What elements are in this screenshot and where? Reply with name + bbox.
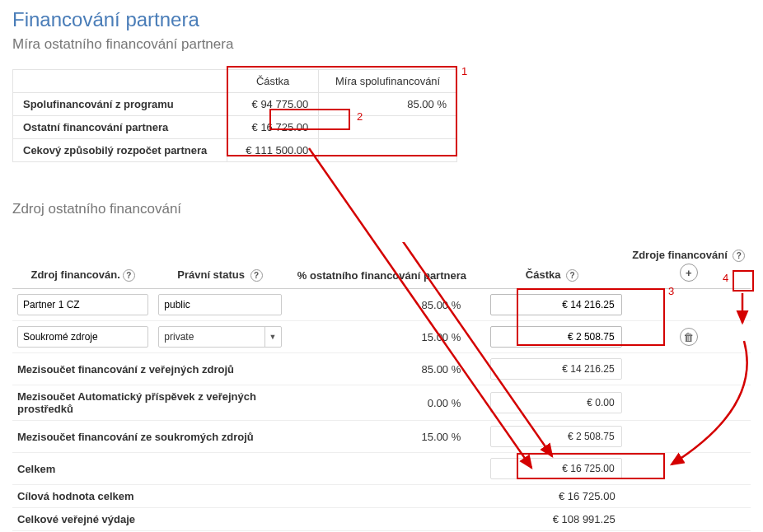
source-row: private ▼ 15.00 % 🗑 [12, 321, 751, 353]
source-row: 85.00 % [12, 289, 751, 321]
summary-empty-header [13, 70, 227, 93]
legal-status-value: private [159, 327, 264, 347]
summary-row-amount: € 111 500.00 [227, 139, 319, 162]
subtotal-label: Mezisoučet Automatický příspěvek z veřej… [12, 385, 287, 421]
sources-col-source: Zdroj financován.? [12, 242, 153, 289]
total-amount: € 16 725.00 [490, 458, 622, 479]
help-icon[interactable]: ? [733, 250, 745, 262]
summary-row-amount: € 94 775.00 [227, 93, 319, 116]
delete-row-button[interactable]: 🗑 [680, 328, 698, 346]
section-subtitle-1: Míra ostatního financování partnera [12, 36, 751, 53]
subtotal-row: Mezisoučet financování z veřejných zdroj… [12, 353, 751, 385]
summary-row-amount: € 16 725.00 [227, 116, 319, 139]
total-row: Celkové veřejné výdaje € 108 991.25 [12, 508, 751, 531]
summary-table: Částka Míra spolufinancování Spolufinanc… [12, 69, 457, 162]
help-icon[interactable]: ? [123, 269, 135, 282]
source-amount-input[interactable] [490, 294, 622, 315]
page-title: Financování partnera [12, 8, 751, 31]
subtotal-pct: 85.00 % [287, 353, 478, 385]
subtotal-amount: € 14 216.25 [490, 358, 622, 380]
sources-col-legal: Právní status ? [153, 242, 286, 289]
source-name-input[interactable] [17, 326, 148, 348]
legal-status-input[interactable] [158, 294, 281, 315]
total-label: Cílová hodnota celkem [12, 485, 287, 508]
total-row: Celkem € 16 725.00 [12, 453, 751, 485]
subtotal-pct: 0.00 % [287, 385, 478, 421]
legal-status-select[interactable]: private ▼ [158, 326, 281, 348]
col-amt-text: Částka [526, 268, 561, 281]
summary-row-label: Ostatní financování partnera [13, 116, 227, 139]
summary-row-rate [319, 139, 457, 162]
subtotal-row: Mezisoučet Automatický příspěvek z veřej… [12, 385, 751, 421]
subtotal-pct: 15.00 % [287, 421, 478, 453]
source-pct: 15.00 % [287, 321, 478, 353]
summary-row-rate [319, 116, 457, 139]
help-icon[interactable]: ? [566, 269, 578, 282]
col-legal-text: Právní status [177, 268, 245, 281]
source-pct: 85.00 % [287, 289, 478, 321]
summary-row-label: Spolufinancování z programu [13, 93, 227, 116]
chevron-down-icon: ▼ [264, 327, 281, 347]
total-label: Celkem [12, 453, 287, 485]
subtotal-amount: € 0.00 [490, 392, 622, 413]
subtotal-row: Mezisoučet financování ze soukromých zdr… [12, 421, 751, 453]
col-res-text: Zdroje financování [632, 249, 728, 261]
plus-icon: + [686, 267, 692, 279]
col-source-text: Zdroj financován. [30, 268, 119, 281]
total-label: Celkové veřejné výdaje [12, 508, 287, 531]
subtotal-label: Mezisoučet financování ze soukromých zdr… [12, 421, 287, 453]
subtotal-amount: € 2 508.75 [490, 426, 622, 447]
help-icon[interactable]: ? [250, 269, 263, 282]
sources-col-amount: Částka ? [477, 242, 626, 289]
source-name-input[interactable] [17, 294, 148, 315]
total-amount: € 16 725.00 [477, 485, 626, 508]
add-row-button[interactable]: + [680, 264, 698, 282]
sources-col-pct: % ostatního financování partnera [287, 242, 478, 289]
trash-icon: 🗑 [683, 331, 694, 343]
subtotal-label: Mezisoučet financování z veřejných zdroj… [12, 353, 287, 385]
sources-table: Zdroj financován.? Právní status ? % ost… [12, 242, 751, 531]
summary-col-amount: Částka [227, 70, 319, 93]
annotation-number-1: 1 [461, 65, 467, 77]
summary-row-label: Cekový způsobilý rozpočet partnera [13, 139, 227, 162]
source-amount-input[interactable] [490, 326, 622, 348]
section-subtitle-2: Zdroj ostatního financování [12, 201, 751, 217]
summary-row-rate: 85.00 % [319, 93, 457, 116]
summary-col-rate: Míra spolufinancování [319, 70, 457, 93]
total-row: Cílová hodnota celkem € 16 725.00 [12, 485, 751, 508]
sources-col-actions: Zdroje financování ? + [627, 242, 751, 289]
total-amount: € 108 991.25 [477, 508, 626, 531]
